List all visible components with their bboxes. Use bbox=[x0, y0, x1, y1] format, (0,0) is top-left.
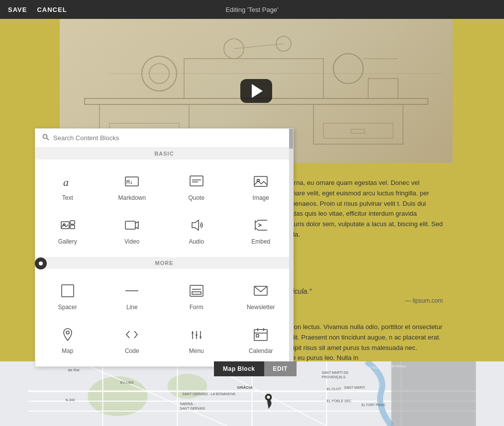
quote-block-label: Quote bbox=[188, 194, 204, 201]
svg-point-9 bbox=[333, 54, 363, 84]
svg-text:LA PAU: LA PAU bbox=[367, 366, 379, 369]
code-icon bbox=[122, 325, 142, 344]
embed-icon bbox=[251, 215, 271, 235]
svg-text:EL CLOT: EL CLOT bbox=[327, 387, 342, 391]
svg-text:SANT MARTI: SANT MARTI bbox=[344, 386, 365, 389]
svg-text:BV-1468: BV-1468 bbox=[120, 381, 134, 384]
svg-rect-34 bbox=[62, 285, 74, 297]
audio-block-label: Audio bbox=[189, 238, 204, 245]
line-block-label: Line bbox=[126, 304, 138, 311]
audio-icon bbox=[187, 215, 206, 235]
block-item-text[interactable]: a Text bbox=[35, 165, 100, 208]
svg-text:SARRIÀ -: SARRIÀ - bbox=[180, 402, 196, 406]
svg-point-17 bbox=[43, 135, 47, 139]
block-item-embed[interactable]: Embed bbox=[229, 208, 294, 252]
basic-section-header: BASIC bbox=[35, 148, 293, 160]
form-block-label: Form bbox=[190, 304, 203, 311]
calendar-icon bbox=[251, 325, 271, 344]
block-item-code[interactable]: Code bbox=[100, 318, 165, 361]
svg-rect-6 bbox=[351, 129, 365, 133]
block-item-form[interactable]: Form bbox=[164, 274, 229, 318]
svg-text:SANT MARTÍ DE: SANT MARTÍ DE bbox=[322, 370, 349, 374]
calendar-block-label: Calendar bbox=[249, 347, 273, 354]
code-block-label: Code bbox=[125, 347, 139, 354]
svg-point-54 bbox=[88, 376, 148, 416]
svg-text:de Besos: de Besos bbox=[392, 364, 406, 368]
markdown-block-label: Markdown bbox=[118, 194, 146, 201]
svg-rect-29 bbox=[70, 221, 75, 224]
block-item-audio[interactable]: Audio bbox=[164, 208, 229, 252]
svg-text:M↓: M↓ bbox=[126, 179, 133, 185]
svg-line-14 bbox=[234, 44, 284, 49]
blocks-panel: BASIC a Text M↓ Markdown bbox=[35, 128, 294, 367]
play-triangle-icon bbox=[252, 84, 263, 98]
cancel-button[interactable]: CANCEL bbox=[37, 6, 67, 13]
page-title: Editing 'Test Page' bbox=[225, 6, 278, 13]
newsletter-block-label: Newsletter bbox=[247, 304, 275, 311]
map-edit-button[interactable]: EDIT bbox=[264, 361, 297, 376]
line-icon bbox=[122, 281, 142, 301]
search-bar bbox=[35, 129, 293, 148]
block-item-menu[interactable]: Menu bbox=[164, 318, 229, 361]
newsletter-icon bbox=[251, 281, 271, 301]
svg-text:EL FORT PIENC: EL FORT PIENC bbox=[362, 403, 386, 407]
svg-point-40 bbox=[66, 331, 69, 334]
play-button[interactable] bbox=[240, 79, 272, 103]
more-blocks-grid: Spacer Line bbox=[35, 269, 293, 366]
main-area: tempus ex urna, eu ornare quam egestas v… bbox=[0, 19, 504, 426]
embed-block-label: Embed bbox=[251, 238, 270, 245]
gallery-block-label: Gallery bbox=[58, 238, 77, 245]
svg-point-84 bbox=[267, 396, 270, 399]
menu-icon bbox=[187, 325, 206, 344]
text-icon: a bbox=[58, 171, 78, 191]
block-item-markdown[interactable]: M↓ Markdown bbox=[100, 165, 165, 208]
map-block-label: Map bbox=[62, 347, 73, 354]
svg-point-52 bbox=[39, 261, 43, 265]
block-item-newsletter[interactable]: Newsletter bbox=[229, 274, 294, 318]
menu-block-label: Menu bbox=[189, 347, 204, 354]
scroll-thumb bbox=[289, 129, 293, 149]
svg-text:de Rei: de Rei bbox=[68, 368, 80, 372]
svg-text:EL POBLE SEC: EL POBLE SEC bbox=[327, 399, 352, 403]
block-item-image[interactable]: Image bbox=[229, 165, 294, 208]
svg-text:a: a bbox=[63, 176, 69, 188]
video-icon bbox=[122, 215, 142, 235]
block-item-spacer[interactable]: Spacer bbox=[35, 274, 100, 318]
svg-rect-30 bbox=[70, 225, 75, 229]
block-item-video[interactable]: Video bbox=[100, 208, 165, 252]
svg-rect-31 bbox=[125, 221, 135, 229]
map-block-button[interactable]: Map Block bbox=[214, 361, 264, 376]
svg-rect-38 bbox=[192, 292, 201, 294]
spacer-block-label: Spacer bbox=[58, 304, 77, 311]
block-item-map[interactable]: Map bbox=[35, 318, 100, 361]
block-item-line[interactable]: Line bbox=[100, 274, 165, 318]
search-icon bbox=[42, 134, 49, 142]
more-section-header: MORE bbox=[35, 257, 293, 269]
svg-rect-15 bbox=[368, 79, 398, 98]
top-bar: SAVE CANCEL Editing 'Test Page' bbox=[0, 0, 504, 19]
text-block-label: Text bbox=[62, 194, 73, 201]
image-block-label: Image bbox=[253, 194, 269, 201]
svg-line-18 bbox=[47, 138, 49, 140]
block-item-quote[interactable]: Quote bbox=[164, 165, 229, 208]
block-item-gallery[interactable]: Gallery bbox=[35, 208, 100, 252]
svg-rect-51 bbox=[256, 335, 259, 337]
basic-blocks-grid: a Text M↓ Markdown bbox=[35, 160, 293, 257]
svg-rect-5 bbox=[323, 123, 393, 138]
video-block-label: Video bbox=[124, 238, 139, 245]
svg-rect-22 bbox=[190, 176, 203, 186]
svg-text:SANT GERVASI - LA BONANOVA: SANT GERVASI - LA BONANOVA bbox=[183, 392, 236, 396]
form-icon bbox=[187, 281, 206, 301]
scroll-indicator[interactable] bbox=[289, 129, 293, 366]
save-button[interactable]: SAVE bbox=[8, 6, 27, 13]
image-icon bbox=[251, 171, 271, 191]
search-input[interactable] bbox=[53, 134, 286, 142]
gallery-icon bbox=[58, 215, 78, 235]
svg-rect-66 bbox=[392, 361, 476, 426]
svg-marker-32 bbox=[192, 220, 199, 230]
block-item-calendar[interactable]: Calendar bbox=[229, 318, 294, 361]
sidebar-toggle-button[interactable] bbox=[35, 257, 47, 269]
quote-icon bbox=[187, 171, 206, 191]
markdown-icon: M↓ bbox=[122, 171, 142, 191]
svg-text:SANT GERVASI: SANT GERVASI bbox=[180, 407, 205, 410]
